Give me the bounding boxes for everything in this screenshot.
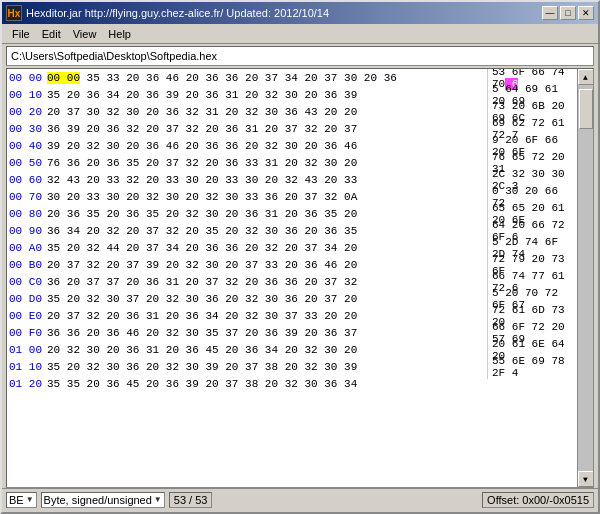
row-bytes: 36 34 20 32 20 37 32 20 35 20 32 30 36 2… [43, 225, 487, 237]
row-bytes: 36 39 20 36 32 20 37 32 20 36 31 20 37 3… [43, 123, 487, 135]
row-bytes: 20 37 32 20 36 31 20 36 34 20 32 30 37 3… [43, 310, 487, 322]
row-bytes: 20 37 30 32 30 20 36 32 31 20 32 30 36 4… [43, 106, 487, 118]
status-bar: BE ▼ Byte, signed/unsigned ▼ 53 / 53 Off… [2, 488, 598, 510]
type-arrow-icon: ▼ [154, 495, 162, 504]
row-address: 00 60 [7, 174, 43, 186]
row-bytes: 39 20 32 30 20 36 46 20 36 36 20 32 30 2… [43, 140, 487, 152]
row-bytes: 35 35 20 36 45 20 36 39 20 37 38 20 32 3… [43, 378, 487, 390]
close-button[interactable]: ✕ [578, 6, 594, 20]
title-bar: Hx Hexditor.jar http://flying.guy.chez-a… [2, 2, 598, 24]
row-address: 01 10 [7, 361, 43, 373]
row-bytes: 30 20 33 30 20 32 30 20 32 30 33 36 20 3… [43, 191, 487, 203]
type-dropdown[interactable]: Byte, signed/unsigned ▼ [41, 492, 165, 508]
scroll-thumb[interactable] [579, 89, 593, 129]
row-address: 00 30 [7, 123, 43, 135]
row-address: 00 F0 [7, 327, 43, 339]
row-bytes: 00 00 35 33 20 36 46 20 36 36 20 37 34 2… [43, 72, 487, 84]
row-address: 00 90 [7, 225, 43, 237]
hex-row[interactable]: 01 2035 35 20 36 45 20 36 39 20 37 38 20… [7, 375, 577, 392]
menu-file[interactable]: File [6, 26, 36, 42]
hex-row[interactable]: 01 1035 20 32 30 36 20 32 30 39 20 37 38… [7, 358, 577, 375]
row-address: 01 00 [7, 344, 43, 356]
row-address: 00 40 [7, 140, 43, 152]
row-bytes: 36 36 20 36 46 20 32 30 35 37 20 36 39 2… [43, 327, 487, 339]
maximize-button[interactable]: □ [560, 6, 576, 20]
menu-help[interactable]: Help [102, 26, 137, 42]
row-bytes: 32 43 20 33 32 20 33 30 20 33 30 20 32 4… [43, 174, 487, 186]
endian-arrow-icon: ▼ [26, 495, 34, 504]
position-display: 53 / 53 [169, 492, 213, 508]
type-label: Byte, signed/unsigned [44, 494, 152, 506]
scroll-down-button[interactable]: ▼ [578, 471, 594, 487]
row-address: 00 10 [7, 89, 43, 101]
position-text: 53 / 53 [174, 494, 208, 506]
row-bytes: 20 37 32 20 37 39 20 32 30 20 37 33 20 3… [43, 259, 487, 271]
minimize-button[interactable]: — [542, 6, 558, 20]
title-text: Hexditor.jar http://flying.guy.chez-alic… [26, 7, 542, 19]
menu-view[interactable]: View [67, 26, 103, 42]
path-bar: C:\Users\Softpedia\Desktop\Softpedia.hex [6, 46, 594, 66]
row-address: 00 00 [7, 72, 43, 84]
row-bytes: 20 32 30 20 36 31 20 36 45 20 36 34 20 3… [43, 344, 487, 356]
endian-dropdown[interactable]: BE ▼ [6, 492, 37, 508]
menu-bar: File Edit View Help [2, 24, 598, 44]
scroll-track[interactable] [578, 85, 594, 471]
row-bytes: 35 20 32 30 36 20 32 30 39 20 37 38 20 3… [43, 361, 487, 373]
path-text: C:\Users\Softpedia\Desktop\Softpedia.hex [11, 50, 217, 62]
row-address: 00 A0 [7, 242, 43, 254]
row-address: 00 80 [7, 208, 43, 220]
row-bytes: 36 20 37 37 20 36 31 20 37 32 20 36 36 2… [43, 276, 487, 288]
row-address: 00 C0 [7, 276, 43, 288]
row-address: 00 E0 [7, 310, 43, 322]
row-address: 01 20 [7, 378, 43, 390]
offset-display: Offset: 0x00/-0x0515 [482, 492, 594, 508]
row-bytes: 35 20 36 34 20 36 39 20 36 31 20 32 30 2… [43, 89, 487, 101]
row-bytes: 35 20 32 30 37 20 32 30 36 20 32 30 36 2… [43, 293, 487, 305]
scrollbar[interactable]: ▲ ▼ [577, 69, 593, 487]
row-bytes: 35 20 32 44 20 37 34 20 36 36 20 32 20 3… [43, 242, 487, 254]
endian-label: BE [9, 494, 24, 506]
hex-content: 00 0000 00 35 33 20 36 46 20 36 36 20 37… [7, 69, 577, 487]
hex-container: 00 0000 00 35 33 20 36 46 20 36 36 20 37… [6, 68, 594, 488]
scroll-up-button[interactable]: ▲ [578, 69, 594, 85]
menu-edit[interactable]: Edit [36, 26, 67, 42]
row-bytes: 76 36 20 36 35 20 37 32 20 36 33 31 20 3… [43, 157, 487, 169]
window-controls: — □ ✕ [542, 6, 594, 20]
row-address: 00 70 [7, 191, 43, 203]
row-address: 00 D0 [7, 293, 43, 305]
row-address: 00 50 [7, 157, 43, 169]
row-address: 00 B0 [7, 259, 43, 271]
offset-text: Offset: 0x00/-0x0515 [487, 494, 589, 506]
row-address: 00 20 [7, 106, 43, 118]
app-icon: Hx [6, 5, 22, 21]
main-window: Hx Hexditor.jar http://flying.guy.chez-a… [0, 0, 600, 514]
row-bytes: 20 36 35 20 36 35 20 32 30 20 36 31 20 3… [43, 208, 487, 220]
